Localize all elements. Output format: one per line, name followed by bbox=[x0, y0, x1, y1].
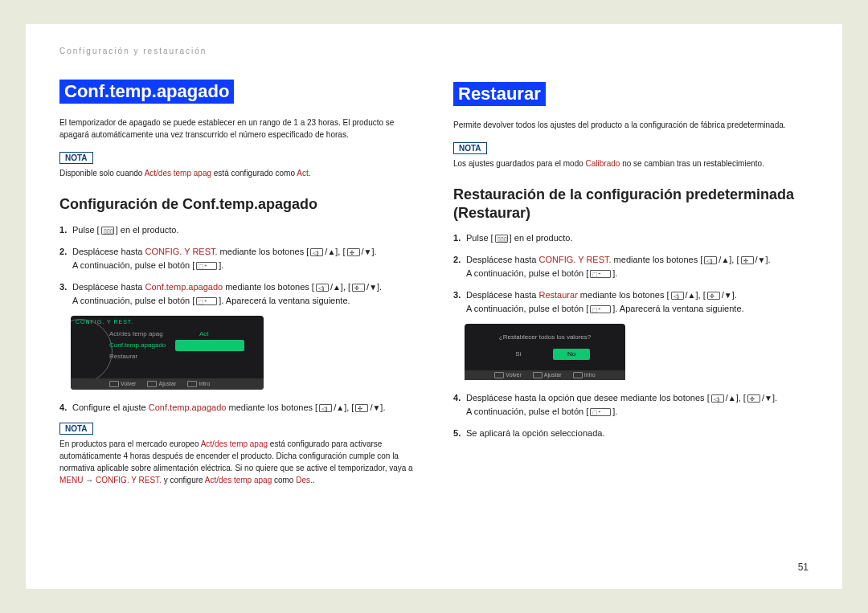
sound-icon: ◁) bbox=[711, 394, 724, 403]
osd-btn-volver: Volver bbox=[494, 372, 521, 378]
steps-right-2: Desplácese hasta la opción que desee med… bbox=[453, 391, 809, 440]
enter-icon: ⬚⁺ bbox=[196, 262, 217, 270]
nota-text-r1: Los ajustes guardados para el modo Calib… bbox=[453, 157, 809, 170]
osd-btn-ajustar: Ajustar bbox=[533, 372, 562, 378]
subhead-config: Configuración de Conf.temp.apagado bbox=[59, 195, 415, 214]
step-3: Desplácese hasta Conf.temp.apagado media… bbox=[59, 280, 415, 308]
step-r5: Se aplicará la opción seleccionada. bbox=[453, 427, 809, 440]
nota-label: NOTA bbox=[453, 142, 487, 154]
mode-icon: ✣ bbox=[355, 404, 368, 412]
mode-icon: ✣ bbox=[741, 256, 754, 264]
osd-btn-yes: Sí bbox=[500, 349, 537, 360]
sound-icon: ◁) bbox=[704, 256, 717, 264]
mode-icon: ✣ bbox=[747, 394, 760, 403]
steps-left-2: Configure el ajuste Conf.temp.apagado me… bbox=[59, 401, 415, 415]
column-right: Restaurar Permite devolver todos los aju… bbox=[453, 47, 809, 573]
sound-icon: ◁) bbox=[319, 404, 332, 412]
sound-icon: ◁) bbox=[310, 248, 323, 256]
enter-icon: ⬚⁺ bbox=[196, 297, 217, 305]
page-header: Configuración y restauración bbox=[59, 47, 415, 55]
osd-screenshot-right: ¿Restablecer todos los valores? Sí No Vo… bbox=[465, 324, 625, 380]
osd-btn-intro: Intro bbox=[187, 381, 210, 387]
step-r4: Desplácese hasta la opción que desee med… bbox=[453, 391, 809, 419]
nota-label: NOTA bbox=[59, 152, 93, 164]
osd-btn-ajustar: Ajustar bbox=[147, 381, 176, 387]
menu-icon: ▯▯▯ bbox=[495, 235, 508, 243]
mode-icon: ✣ bbox=[352, 284, 365, 292]
step-2: Desplácese hasta CONFIG. Y REST. mediant… bbox=[59, 245, 415, 272]
mode-icon: ✣ bbox=[707, 292, 720, 300]
osd-screenshot-left: CONFIG. Y REST. Act/des temp apag Act Co… bbox=[71, 316, 264, 390]
step-1: Pulse [▯▯▯] en el producto. bbox=[59, 223, 415, 237]
enter-icon: ⬚⁺ bbox=[590, 270, 611, 278]
title-restaurar: Restaurar bbox=[453, 82, 546, 106]
enter-icon: ⬚⁺ bbox=[590, 408, 611, 416]
step-r2: Desplácese hasta CONFIG. Y REST. mediant… bbox=[453, 253, 809, 280]
nota-text-2: En productos para el mercado europeo Act… bbox=[59, 438, 415, 486]
document-page: Configuración y restauración Conf.temp.a… bbox=[26, 24, 842, 589]
subhead-restore: Restauración de la configuración predete… bbox=[453, 186, 809, 222]
intro-text: El temporizador de apagado se puede esta… bbox=[59, 116, 415, 141]
mode-icon: ✣ bbox=[347, 248, 360, 256]
step-r1: Pulse [▯▯▯] en el producto. bbox=[453, 231, 809, 245]
sound-icon: ◁) bbox=[671, 292, 684, 300]
menu-icon: ▯▯▯ bbox=[101, 227, 114, 235]
osd-btn-volver: Volver bbox=[109, 381, 136, 387]
intro-text-r: Permite devolver todos los ajustes del p… bbox=[453, 119, 809, 131]
page-number: 51 bbox=[798, 562, 809, 573]
sound-icon: ◁) bbox=[316, 284, 329, 292]
steps-right: Pulse [▯▯▯] en el producto. Desplácese h… bbox=[453, 231, 809, 316]
nota-text-1: Disponible solo cuando Act/des temp apag… bbox=[59, 167, 415, 179]
title-conf-temp-apagado: Conf.temp.apagado bbox=[59, 80, 234, 104]
step-r3: Desplácese hasta Restaurar mediante los … bbox=[453, 288, 809, 316]
nota-label: NOTA bbox=[59, 423, 93, 435]
step-4: Configure el ajuste Conf.temp.apagado me… bbox=[59, 401, 415, 415]
osd-btn-no: No bbox=[553, 349, 590, 360]
osd-btn-intro: Intro bbox=[573, 372, 596, 378]
steps-left: Pulse [▯▯▯] en el producto. Desplácese h… bbox=[59, 223, 415, 308]
column-left: Configuración y restauración Conf.temp.a… bbox=[59, 47, 415, 573]
enter-icon: ⬚⁺ bbox=[590, 305, 611, 313]
